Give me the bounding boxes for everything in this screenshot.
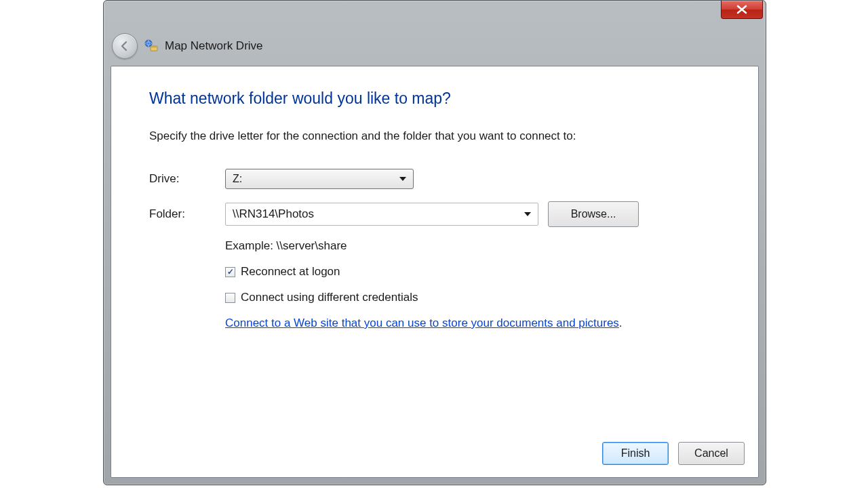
chevron-down-icon — [524, 212, 531, 216]
network-drive-icon — [144, 39, 158, 53]
content-pane: What network folder would you like to ma… — [111, 66, 759, 478]
drive-row: Drive: Z: — [149, 169, 720, 189]
reconnect-label: Reconnect at logon — [241, 265, 340, 279]
web-link-row: Connect to a Web site that you can use t… — [225, 317, 720, 330]
folder-label: Folder: — [149, 207, 225, 221]
example-text: Example: \\server\share — [225, 239, 720, 253]
drive-value: Z: — [233, 173, 242, 185]
footer-buttons: Finish Cancel — [602, 442, 745, 465]
close-icon — [736, 5, 748, 14]
drive-label: Drive: — [149, 172, 225, 186]
svg-rect-3 — [151, 46, 157, 47]
window-title: Map Network Drive — [165, 39, 263, 53]
diff-creds-label: Connect using different credentials — [241, 291, 418, 304]
folder-combobox[interactable]: \\RN314\Photos — [225, 203, 538, 226]
folder-row: Folder: \\RN314\Photos Browse... — [149, 201, 720, 227]
map-network-drive-window: Map Network Drive What network folder wo… — [103, 0, 766, 485]
titlebar: Map Network Drive — [112, 32, 263, 60]
close-button[interactable] — [721, 1, 763, 19]
reconnect-checkbox[interactable] — [225, 267, 235, 277]
diff-creds-checkbox[interactable] — [225, 293, 235, 303]
back-button[interactable] — [112, 33, 138, 59]
finish-button[interactable]: Finish — [602, 442, 669, 465]
diff-creds-row: Connect using different credentials — [225, 291, 720, 304]
folder-value: \\RN314\Photos — [233, 207, 314, 221]
browse-button[interactable]: Browse... — [548, 201, 639, 227]
drive-select[interactable]: Z: — [225, 169, 414, 189]
chevron-down-icon — [399, 177, 406, 181]
reconnect-row: Reconnect at logon — [225, 265, 720, 279]
web-storage-link[interactable]: Connect to a Web site that you can use t… — [225, 317, 619, 329]
cancel-button[interactable]: Cancel — [678, 442, 745, 465]
page-heading: What network folder would you like to ma… — [149, 89, 720, 108]
back-arrow-icon — [119, 40, 131, 52]
instructions-text: Specify the drive letter for the connect… — [149, 129, 720, 143]
